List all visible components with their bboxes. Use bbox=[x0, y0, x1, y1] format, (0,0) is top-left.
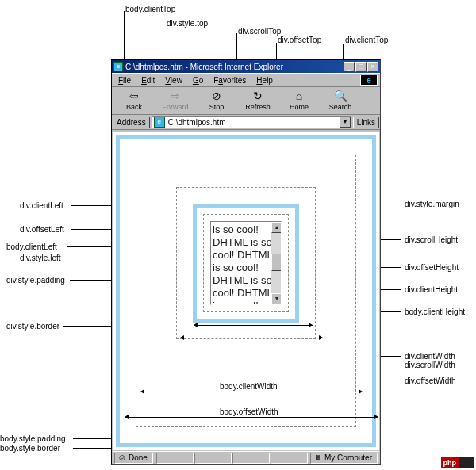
content-text: is so cool! DHTML is so cool! DHTML is s… bbox=[213, 224, 272, 305]
status-zone-pane: 🖥 My Computer bbox=[310, 453, 378, 464]
links-button[interactable]: Links bbox=[353, 117, 379, 128]
stop-icon: ⊘ bbox=[212, 90, 221, 103]
label-div-clientHeight: div.clientHeight bbox=[405, 285, 458, 294]
label-div-style-padding: div.style.padding bbox=[6, 276, 65, 285]
dim-div-offsetWidth bbox=[180, 338, 323, 338]
titlebar: e C:\dhtmlpos.htm - Microsoft Internet E… bbox=[112, 60, 380, 73]
stop-button[interactable]: ⊘ Stop bbox=[196, 88, 237, 113]
address-bar: Address e ▾ Links bbox=[112, 115, 380, 130]
status-zone-label: My Computer bbox=[324, 453, 372, 462]
stop-label: Stop bbox=[209, 103, 225, 111]
watermark-pad bbox=[459, 457, 474, 468]
label-div-style-top: div.style.top bbox=[167, 19, 208, 28]
label-div-style-border: div.style.border bbox=[6, 322, 60, 331]
menu-file[interactable]: File bbox=[114, 75, 135, 86]
scroll-down-icon[interactable]: ▾ bbox=[271, 293, 282, 304]
label-div-clientTop: div.clientTop bbox=[345, 36, 388, 44]
label-div-offsetTop: div.offsetTop bbox=[278, 36, 321, 44]
menu-help[interactable]: Help bbox=[252, 75, 277, 86]
label-body-clientTop: body.clientTop bbox=[125, 5, 175, 13]
watermark-text: php bbox=[441, 457, 459, 468]
back-button[interactable]: ⇦ Back bbox=[113, 88, 155, 113]
menu-view[interactable]: View bbox=[161, 75, 186, 86]
label-div-style-left: div.style.left bbox=[20, 254, 61, 262]
address-dropdown-icon[interactable]: ▾ bbox=[340, 117, 351, 128]
label-div-offsetLeft: div.offsetLeft bbox=[20, 225, 64, 234]
browser-window: e C:\dhtmlpos.htm - Microsoft Internet E… bbox=[111, 59, 381, 465]
div-padding: is so cool! DHTML is so cool! DHTML is s… bbox=[203, 214, 289, 312]
forward-label: Forward bbox=[162, 103, 188, 111]
body-border: is so cool! DHTML is so cool! DHTML is s… bbox=[116, 135, 376, 447]
body-padding: is so cool! DHTML is so cool! DHTML is s… bbox=[136, 155, 356, 427]
done-icon: ◎ bbox=[117, 453, 126, 462]
search-icon: 🔍 bbox=[334, 90, 347, 103]
label-div-offsetWidth: div.offsetWidth bbox=[405, 376, 456, 385]
search-label: Search bbox=[329, 103, 352, 111]
label-body-style-padding: body.style.padding bbox=[0, 434, 66, 443]
refresh-icon: ↻ bbox=[253, 90, 263, 103]
status-cells bbox=[155, 453, 308, 464]
menu-favorites[interactable]: Favorites bbox=[209, 75, 250, 86]
scroll-thumb[interactable] bbox=[271, 254, 282, 271]
home-icon: ⌂ bbox=[296, 90, 302, 103]
refresh-label: Refresh bbox=[245, 103, 271, 111]
address-label: Address bbox=[113, 117, 150, 128]
label-body-offsetWidth: body.offsetWidth bbox=[220, 407, 278, 416]
div-border: is so cool! DHTML is so cool! DHTML is s… bbox=[193, 204, 299, 323]
status-done-label: Done bbox=[129, 453, 148, 462]
window-title: C:\dhtmlpos.htm - Microsoft Internet Exp… bbox=[125, 63, 283, 71]
minimize-button[interactable]: _ bbox=[344, 62, 355, 72]
maximize-button[interactable]: □ bbox=[355, 62, 367, 72]
address-field[interactable]: e ▾ bbox=[152, 116, 351, 128]
close-button[interactable]: × bbox=[367, 62, 378, 72]
leader bbox=[73, 448, 117, 449]
label-div-scrollWidth: div.scrollWidth bbox=[405, 361, 455, 369]
app-icon: e bbox=[113, 62, 123, 71]
label-div-scrollHeight: div.scrollHeight bbox=[405, 235, 458, 244]
home-button[interactable]: ⌂ Home bbox=[278, 88, 320, 113]
dim-div-clientWidth bbox=[194, 325, 313, 326]
label-div-style-margin: div.style.margin bbox=[405, 200, 459, 208]
forward-arrow-icon: ⇨ bbox=[171, 90, 180, 103]
computer-icon: 🖥 bbox=[313, 453, 322, 462]
div-scrollbar[interactable]: ▴ ▾ bbox=[271, 222, 282, 304]
label-body-clientHeight: body.clientHeight bbox=[405, 308, 465, 316]
search-button[interactable]: 🔍 Search bbox=[320, 88, 361, 113]
statusbar: ◎ Done 🖥 My Computer bbox=[113, 451, 379, 464]
viewport: is so cool! DHTML is so cool! DHTML is s… bbox=[113, 132, 379, 450]
back-label: Back bbox=[126, 103, 142, 111]
label-body-clientLeft: body.clientLeft bbox=[6, 243, 57, 251]
forward-button[interactable]: ⇨ Forward bbox=[155, 88, 196, 113]
label-body-clientWidth: body.clientWidth bbox=[220, 382, 278, 391]
label-body-style-border: body.style.border bbox=[0, 444, 60, 453]
leader bbox=[67, 246, 115, 247]
label-div-offsetHeight: div.offsetHeight bbox=[405, 263, 459, 272]
home-label: Home bbox=[290, 103, 309, 111]
scroll-up-icon[interactable]: ▴ bbox=[271, 222, 282, 233]
div-content: is so cool! DHTML is so cool! DHTML is s… bbox=[210, 221, 282, 305]
label-div-clientLeft: div.clientLeft bbox=[20, 201, 63, 210]
page-icon: e bbox=[154, 117, 165, 128]
menubar: File Edit View Go Favorites Help e bbox=[112, 73, 380, 86]
dim-body-offsetWidth bbox=[125, 417, 378, 418]
dim-body-clientWidth bbox=[140, 392, 363, 392]
back-arrow-icon: ⇦ bbox=[129, 90, 139, 103]
label-div-clientWidth: div.clientWidth bbox=[405, 352, 455, 361]
div-margin: is so cool! DHTML is so cool! DHTML is s… bbox=[176, 187, 316, 339]
watermark: php bbox=[441, 457, 475, 468]
status-done-pane: ◎ Done bbox=[114, 453, 153, 464]
menu-go[interactable]: Go bbox=[189, 75, 207, 86]
refresh-button[interactable]: ↻ Refresh bbox=[237, 88, 278, 113]
ie-logo-icon: e bbox=[360, 75, 378, 86]
address-input[interactable] bbox=[167, 117, 340, 128]
toolbar: ⇦ Back ⇨ Forward ⊘ Stop ↻ Refresh ⌂ Home… bbox=[112, 86, 380, 115]
label-div-scrollTop: div.scrollTop bbox=[238, 27, 281, 36]
menu-edit[interactable]: Edit bbox=[137, 75, 159, 86]
